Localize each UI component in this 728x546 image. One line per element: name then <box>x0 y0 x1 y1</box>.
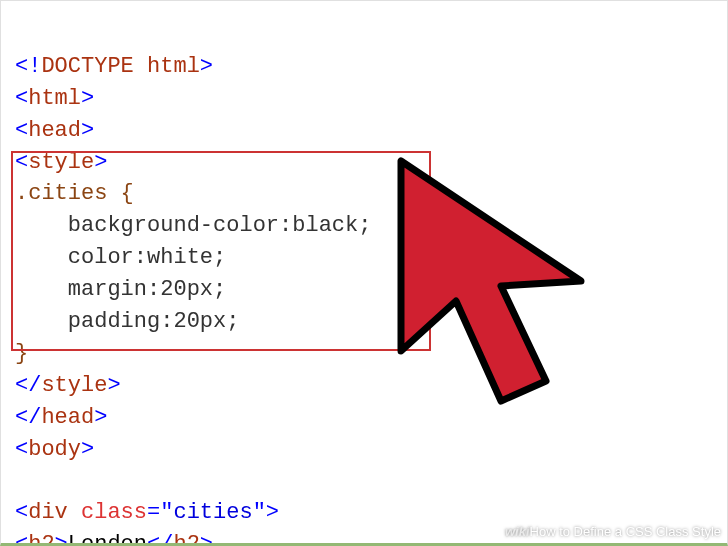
body-close-bracket: > <box>81 437 94 462</box>
h2-end-tag: h2 <box>173 532 199 546</box>
doctype-html: html <box>134 54 200 79</box>
doctype-keyword: DOCTYPE <box>41 54 133 79</box>
head-end-close: > <box>94 405 107 430</box>
html-close-bracket: > <box>81 86 94 111</box>
css-close-brace: } <box>15 341 28 366</box>
h2-end-close: > <box>200 532 213 546</box>
style-close-bracket: > <box>94 150 107 175</box>
head-tag: head <box>28 118 81 143</box>
watermark: wikiHow to Define a CSS Class Style <box>505 524 721 539</box>
doctype-open: <! <box>15 54 41 79</box>
quote-close: " <box>253 500 266 525</box>
h2-open-bracket: < <box>15 532 28 546</box>
body-open-bracket: < <box>15 437 28 462</box>
class-value: cities <box>173 500 252 525</box>
head-open-bracket: < <box>15 118 28 143</box>
style-end-close: > <box>107 373 120 398</box>
style-end-tag: style <box>41 373 107 398</box>
css-line-bg: background-color:black; <box>15 213 371 238</box>
h2-end-open: </ <box>147 532 173 546</box>
class-attr: class <box>81 500 147 525</box>
css-line-margin: margin:20px; <box>15 277 226 302</box>
css-selector: .cities { <box>15 181 134 206</box>
space <box>68 500 81 525</box>
h2-tag: h2 <box>28 532 54 546</box>
doctype-close: > <box>200 54 213 79</box>
style-open-bracket: < <box>15 150 28 175</box>
code-block: <!DOCTYPE html> <html> <head> <style> .c… <box>1 1 727 546</box>
eq-quote: =" <box>147 500 173 525</box>
css-line-color: color:white; <box>15 245 226 270</box>
style-tag: style <box>28 150 94 175</box>
h2-text: London <box>68 532 147 546</box>
watermark-title: How to Define a CSS Class Style <box>530 524 721 539</box>
css-line-padding: padding:20px; <box>15 309 239 334</box>
head-end-open: </ <box>15 405 41 430</box>
div-tag: div <box>28 500 68 525</box>
div-close-bracket: > <box>266 500 279 525</box>
body-tag: body <box>28 437 81 462</box>
div-open-bracket: < <box>15 500 28 525</box>
watermark-wiki: wiki <box>505 524 530 539</box>
head-end-tag: head <box>41 405 94 430</box>
style-end-open: </ <box>15 373 41 398</box>
head-close-bracket: > <box>81 118 94 143</box>
html-tag: html <box>28 86 81 111</box>
h2-close-bracket: > <box>55 532 68 546</box>
html-open-bracket: < <box>15 86 28 111</box>
